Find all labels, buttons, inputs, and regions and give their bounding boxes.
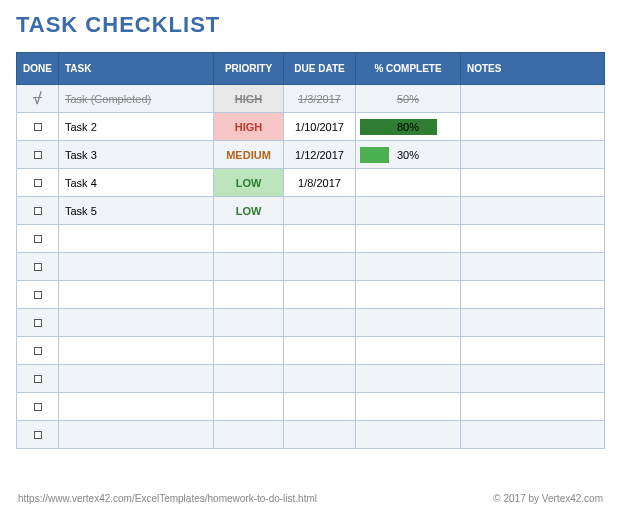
checkbox-icon bbox=[34, 235, 42, 243]
task-cell[interactable] bbox=[59, 281, 214, 309]
notes-cell[interactable] bbox=[461, 85, 605, 113]
table-row: Task 2HIGH1/10/201780% bbox=[17, 113, 605, 141]
done-cell[interactable] bbox=[17, 253, 59, 281]
priority-cell[interactable] bbox=[214, 421, 284, 449]
task-cell[interactable] bbox=[59, 421, 214, 449]
task-cell[interactable]: Task 5 bbox=[59, 197, 214, 225]
priority-cell[interactable]: HIGH bbox=[214, 85, 284, 113]
notes-cell[interactable] bbox=[461, 337, 605, 365]
priority-cell[interactable]: MEDIUM bbox=[214, 141, 284, 169]
task-cell[interactable]: Task 2 bbox=[59, 113, 214, 141]
task-cell[interactable]: Task (Completed) bbox=[59, 85, 214, 113]
priority-cell[interactable]: HIGH bbox=[214, 113, 284, 141]
task-cell[interactable]: Task 4 bbox=[59, 169, 214, 197]
done-cell[interactable]: √ bbox=[17, 85, 59, 113]
pct-complete-cell[interactable] bbox=[356, 253, 461, 281]
done-cell[interactable] bbox=[17, 337, 59, 365]
pct-complete-cell[interactable] bbox=[356, 169, 461, 197]
done-cell[interactable] bbox=[17, 393, 59, 421]
progress-bar: 80% bbox=[360, 118, 456, 136]
task-cell[interactable]: Task 3 bbox=[59, 141, 214, 169]
due-date-cell[interactable] bbox=[284, 309, 356, 337]
table-row: Task 5LOW bbox=[17, 197, 605, 225]
priority-cell[interactable] bbox=[214, 281, 284, 309]
table-row bbox=[17, 253, 605, 281]
notes-cell[interactable] bbox=[461, 253, 605, 281]
done-cell[interactable] bbox=[17, 309, 59, 337]
pct-complete-cell[interactable] bbox=[356, 281, 461, 309]
priority-cell[interactable] bbox=[214, 393, 284, 421]
task-cell[interactable] bbox=[59, 225, 214, 253]
done-cell[interactable] bbox=[17, 365, 59, 393]
done-cell[interactable] bbox=[17, 113, 59, 141]
done-cell[interactable] bbox=[17, 421, 59, 449]
table-row bbox=[17, 421, 605, 449]
pct-complete-cell[interactable] bbox=[356, 393, 461, 421]
pct-complete-cell[interactable] bbox=[356, 337, 461, 365]
pct-complete-cell[interactable] bbox=[356, 365, 461, 393]
due-date-cell[interactable]: 1/3/2017 bbox=[284, 85, 356, 113]
due-date-cell[interactable]: 1/10/2017 bbox=[284, 113, 356, 141]
header-priority: PRIORITY bbox=[214, 53, 284, 85]
header-notes: NOTES bbox=[461, 53, 605, 85]
due-date-cell[interactable] bbox=[284, 421, 356, 449]
due-date-cell[interactable] bbox=[284, 197, 356, 225]
done-cell[interactable] bbox=[17, 197, 59, 225]
checkbox-icon bbox=[34, 319, 42, 327]
priority-cell[interactable] bbox=[214, 253, 284, 281]
priority-cell[interactable] bbox=[214, 365, 284, 393]
notes-cell[interactable] bbox=[461, 225, 605, 253]
pct-complete-cell[interactable] bbox=[356, 197, 461, 225]
priority-cell[interactable] bbox=[214, 309, 284, 337]
pct-complete-cell[interactable]: 80% bbox=[356, 113, 461, 141]
due-date-cell[interactable] bbox=[284, 337, 356, 365]
header-task: TASK bbox=[59, 53, 214, 85]
due-date-cell[interactable]: 1/8/2017 bbox=[284, 169, 356, 197]
due-date-cell[interactable]: 1/12/2017 bbox=[284, 141, 356, 169]
pct-complete-cell[interactable] bbox=[356, 421, 461, 449]
checkbox-icon bbox=[34, 375, 42, 383]
notes-cell[interactable] bbox=[461, 393, 605, 421]
pct-complete-cell[interactable]: 50% bbox=[356, 85, 461, 113]
notes-cell[interactable] bbox=[461, 169, 605, 197]
progress-bar-label: 80% bbox=[360, 121, 456, 133]
task-cell[interactable] bbox=[59, 365, 214, 393]
pct-complete-cell[interactable]: 30% bbox=[356, 141, 461, 169]
table-row bbox=[17, 365, 605, 393]
notes-cell[interactable] bbox=[461, 309, 605, 337]
task-table: DONE TASK PRIORITY DUE DATE % COMPLETE N… bbox=[16, 52, 605, 449]
footer-url: https://www.vertex42.com/ExcelTemplates/… bbox=[18, 493, 317, 504]
task-cell[interactable] bbox=[59, 309, 214, 337]
notes-cell[interactable] bbox=[461, 421, 605, 449]
task-cell[interactable] bbox=[59, 253, 214, 281]
done-cell[interactable] bbox=[17, 141, 59, 169]
done-cell[interactable] bbox=[17, 169, 59, 197]
header-done: DONE bbox=[17, 53, 59, 85]
notes-cell[interactable] bbox=[461, 281, 605, 309]
due-date-cell[interactable] bbox=[284, 225, 356, 253]
priority-cell[interactable] bbox=[214, 337, 284, 365]
notes-cell[interactable] bbox=[461, 197, 605, 225]
checkbox-icon bbox=[34, 431, 42, 439]
priority-cell[interactable]: LOW bbox=[214, 197, 284, 225]
pct-complete-cell[interactable] bbox=[356, 309, 461, 337]
due-date-cell[interactable] bbox=[284, 365, 356, 393]
checkbox-icon bbox=[34, 179, 42, 187]
checkbox-icon bbox=[34, 347, 42, 355]
checkbox-icon bbox=[34, 123, 42, 131]
due-date-cell[interactable] bbox=[284, 281, 356, 309]
priority-cell[interactable]: LOW bbox=[214, 169, 284, 197]
done-cell[interactable] bbox=[17, 225, 59, 253]
notes-cell[interactable] bbox=[461, 365, 605, 393]
due-date-cell[interactable] bbox=[284, 393, 356, 421]
done-cell[interactable] bbox=[17, 281, 59, 309]
checkbox-icon bbox=[34, 151, 42, 159]
due-date-cell[interactable] bbox=[284, 253, 356, 281]
task-cell[interactable] bbox=[59, 393, 214, 421]
pct-complete-cell[interactable] bbox=[356, 225, 461, 253]
notes-cell[interactable] bbox=[461, 113, 605, 141]
task-cell[interactable] bbox=[59, 337, 214, 365]
notes-cell[interactable] bbox=[461, 141, 605, 169]
header-due-date: DUE DATE bbox=[284, 53, 356, 85]
priority-cell[interactable] bbox=[214, 225, 284, 253]
